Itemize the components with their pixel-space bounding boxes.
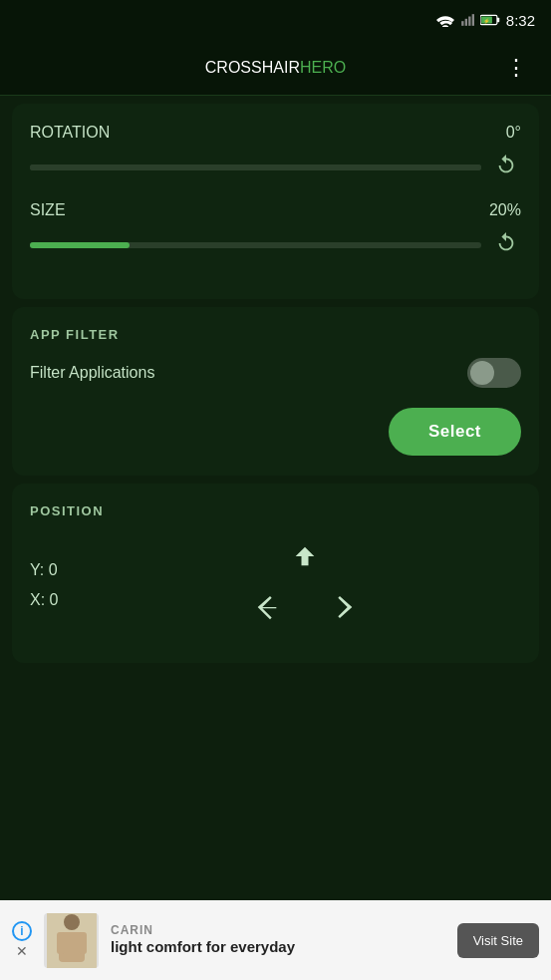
ad-close-button[interactable]: ✕ <box>16 943 28 959</box>
arrow-lr-row <box>249 589 361 632</box>
position-card: POSITION Y: 0 X: 0 <box>12 484 539 663</box>
right-arrow-icon <box>329 593 357 621</box>
filter-toggle[interactable] <box>467 358 521 388</box>
filter-row: Filter Applications <box>30 358 521 388</box>
size-reset-button[interactable] <box>491 227 521 263</box>
battery-icon: ⚡ <box>480 14 500 26</box>
rotation-reset-icon <box>495 154 517 175</box>
rotation-slider-fill <box>30 164 481 170</box>
svg-rect-0 <box>461 21 463 26</box>
select-button[interactable]: Select <box>389 408 521 456</box>
x-value: X: 0 <box>30 591 58 609</box>
ad-spacer <box>0 671 551 751</box>
title-crosshair: CROSSHAIR <box>205 59 300 76</box>
ad-main-text: light comfort for everyday <box>111 937 445 957</box>
rotation-value: 0° <box>506 124 521 142</box>
svg-rect-12 <box>79 932 87 954</box>
up-arrow-button[interactable] <box>287 538 323 581</box>
title-hero: HERO <box>300 59 346 76</box>
svg-text:⚡: ⚡ <box>483 18 490 25</box>
rotation-control-row: ROTATION 0° <box>30 124 521 142</box>
ad-info-icon[interactable]: i <box>12 921 32 941</box>
left-arrow-button[interactable] <box>249 589 285 632</box>
size-value: 20% <box>489 201 521 219</box>
svg-rect-5 <box>497 18 499 23</box>
rotation-reset-button[interactable] <box>491 150 521 185</box>
y-value: Y: 0 <box>30 561 58 579</box>
ad-text-block: CARIN light comfort for everyday <box>111 923 445 957</box>
rotation-slider-row <box>30 150 521 185</box>
ad-brand: CARIN <box>111 923 445 937</box>
size-label: SIZE <box>30 201 66 219</box>
menu-button[interactable]: ⋮ <box>497 51 535 85</box>
left-arrow-icon <box>253 593 281 621</box>
svg-rect-2 <box>468 17 470 26</box>
select-btn-container: Select <box>30 408 521 456</box>
filter-applications-label: Filter Applications <box>30 364 154 382</box>
app-title: CROSSHAIRHERO <box>205 59 346 77</box>
rotation-slider-track[interactable] <box>30 164 481 170</box>
app-filter-card: APP FILTER Filter Applications Select <box>12 307 539 476</box>
main-content: ROTATION 0° SIZE 20% <box>0 96 551 980</box>
rotation-label: ROTATION <box>30 124 110 142</box>
size-control-row: SIZE 20% <box>30 201 521 219</box>
svg-rect-3 <box>471 14 473 26</box>
position-controls: Y: 0 X: 0 <box>30 538 521 632</box>
app-filter-section-label: APP FILTER <box>30 327 521 342</box>
arrow-cluster <box>88 538 521 632</box>
app-header: CROSSHAIRHERO ⋮ <box>0 40 551 96</box>
size-slider-row <box>30 227 521 263</box>
toggle-knob <box>470 361 494 385</box>
svg-point-9 <box>64 914 80 930</box>
signal-icon <box>460 13 474 27</box>
wifi-icon <box>436 13 454 27</box>
status-bar: ⚡ 8:32 <box>0 0 551 40</box>
svg-rect-11 <box>57 932 65 954</box>
status-icons: ⚡ 8:32 <box>436 12 535 29</box>
ad-person-image <box>47 913 97 968</box>
ad-visit-button[interactable]: Visit Site <box>457 923 539 958</box>
size-slider-track[interactable] <box>30 242 481 248</box>
position-section-label: POSITION <box>30 503 521 518</box>
rotation-size-card: ROTATION 0° SIZE 20% <box>12 104 539 299</box>
size-reset-icon <box>495 231 517 253</box>
ad-banner: i ✕ CARIN light comfort for everyday Vis… <box>0 900 551 980</box>
position-values: Y: 0 X: 0 <box>30 561 58 609</box>
size-slider-fill <box>30 242 130 248</box>
status-time: 8:32 <box>506 12 535 29</box>
right-arrow-button[interactable] <box>325 589 361 632</box>
svg-rect-1 <box>464 19 466 26</box>
up-arrow-icon <box>291 542 319 570</box>
ad-image <box>44 913 99 968</box>
